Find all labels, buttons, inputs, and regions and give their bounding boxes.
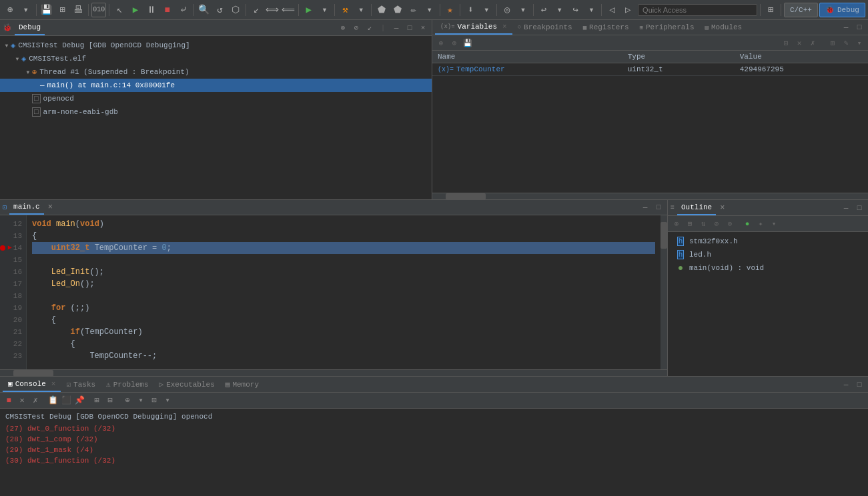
outline-run-icon[interactable]: ●: [741, 218, 753, 230]
console-scroll-lock-btn[interactable]: 📋: [47, 395, 59, 407]
var-tool-delete[interactable]: ✕: [793, 37, 805, 49]
tab-console[interactable]: ▣ Console ×: [3, 377, 61, 392]
console-pin-btn[interactable]: 📌: [73, 395, 85, 407]
var-row-0[interactable]: (x)= TempCounter uint32_t 4294967295: [432, 63, 868, 76]
console-tab-close[interactable]: ×: [51, 380, 56, 388]
outline-star-icon[interactable]: ✦: [755, 218, 767, 230]
tree-item-thread[interactable]: ▼ ⊕ Thread #1 (Suspended : Breakpoint): [0, 65, 432, 79]
toolbar-icon-1[interactable]: ⊕: [3, 3, 17, 17]
console-toggle-btn[interactable]: ⊞: [91, 395, 103, 407]
outline-tool-2[interactable]: ⊞: [684, 218, 696, 230]
download-icon[interactable]: ⬇: [463, 3, 478, 17]
run-green-icon[interactable]: ▶: [302, 3, 316, 17]
console-toggle2-btn[interactable]: ⊟: [104, 395, 116, 407]
debug-button[interactable]: 🐞 Debug: [819, 3, 865, 17]
console-minimize[interactable]: —: [840, 379, 852, 391]
outline-maximize[interactable]: □: [853, 202, 865, 214]
tab-executables[interactable]: ▷ Executables: [154, 377, 220, 392]
console-clear2-btn[interactable]: ✗: [29, 395, 41, 407]
var-tool-save[interactable]: 💾: [462, 37, 474, 49]
ext-icon-2[interactable]: ⬟: [390, 3, 405, 17]
tab-tasks[interactable]: ☑ Tasks: [61, 377, 101, 392]
target-icon[interactable]: ◎: [500, 3, 514, 17]
pin-icon[interactable]: ★: [443, 3, 458, 17]
editor-tab[interactable]: main.c: [9, 200, 44, 215]
undo-icon[interactable]: ↩: [536, 3, 551, 17]
step-in-icon[interactable]: ↙: [249, 3, 264, 17]
variables-hscroll[interactable]: [432, 193, 868, 199]
debug-skip-icon[interactable]: ⊗: [337, 22, 349, 34]
var-tool-1[interactable]: ⊗: [435, 37, 447, 49]
tab-peripherals[interactable]: ⊞ Peripherals: [634, 20, 700, 35]
tree-item-main[interactable]: — main() at main.c:14 0x80001fe: [0, 79, 432, 92]
perspective-icon[interactable]: ⊞: [763, 3, 778, 17]
run-icon[interactable]: ▶: [128, 3, 143, 17]
tab-variables[interactable]: (x)= Variables ×: [435, 20, 512, 35]
outline-sort-icon[interactable]: ⇅: [697, 218, 709, 230]
editor-maximize[interactable]: □: [653, 201, 665, 213]
ext-icon-1[interactable]: ⬟: [374, 3, 389, 17]
editor-tab-close[interactable]: ×: [48, 203, 53, 212]
console-maximize[interactable]: □: [853, 379, 865, 391]
cpp-button[interactable]: C/C++: [784, 3, 818, 17]
search-icon[interactable]: 🔍: [197, 3, 211, 17]
tab-breakpoints[interactable]: ○ Breakpoints: [512, 20, 578, 35]
outline-item-stm32[interactable]: h stm32f0xx.h: [673, 235, 863, 248]
editor-vscrollbar[interactable]: [661, 215, 667, 369]
ext-dropdown-icon[interactable]: ▾: [422, 3, 437, 17]
debug-close[interactable]: ×: [417, 22, 429, 34]
outline-dropdown[interactable]: ▾: [768, 218, 780, 230]
console-wrap-btn[interactable]: ⬛: [60, 395, 72, 407]
editor-vscroll-thumb[interactable]: [661, 222, 667, 249]
pause-icon[interactable]: ⏸: [144, 3, 159, 17]
tab-memory[interactable]: ▤ Memory: [220, 377, 264, 392]
console-clear-btn[interactable]: ✕: [16, 395, 28, 407]
var-tool-2[interactable]: ⊕: [448, 37, 460, 49]
debug-minimize[interactable]: —: [390, 22, 402, 34]
redo-icon[interactable]: ↪: [568, 3, 583, 17]
tree-item-session[interactable]: ▼ ◈ CMSISTest Debug [GDB OpenOCD Debuggi…: [0, 39, 432, 52]
var-panel-minimize[interactable]: —: [840, 21, 852, 33]
debug-maximize[interactable]: □: [404, 22, 416, 34]
build-icon[interactable]: ⚒: [338, 3, 352, 17]
history-icon[interactable]: ↺: [212, 3, 227, 17]
debug-tab[interactable]: Debug: [15, 20, 45, 35]
toolbar-dropdown-1[interactable]: ▾: [19, 3, 33, 17]
download-dropdown-icon[interactable]: ▾: [479, 3, 494, 17]
console-stop-btn[interactable]: ■: [3, 395, 15, 407]
undo-dropdown-icon[interactable]: ▾: [552, 3, 567, 17]
var-tool-copy[interactable]: ⊡: [780, 37, 792, 49]
step-return-icon[interactable]: ⤶: [176, 3, 191, 17]
cursor-icon[interactable]: ↖: [112, 3, 127, 17]
outline-item-main[interactable]: ● main(void) : void: [673, 261, 863, 275]
code-area[interactable]: void main(void) { uint32_t TempCounter =…: [27, 215, 661, 369]
toolbar-icon-2[interactable]: ⬡: [228, 3, 243, 17]
outline-tool-1[interactable]: ⊗: [671, 218, 683, 230]
save-icon[interactable]: 💾: [39, 3, 54, 17]
stop-icon[interactable]: ■: [160, 3, 175, 17]
console-open-btn[interactable]: ⊡: [148, 395, 160, 407]
tree-item-gdb[interactable]: □ arm-none-eabi-gdb: [0, 105, 432, 119]
var-tool-new[interactable]: ⊞: [827, 37, 839, 49]
target-dropdown-icon[interactable]: ▾: [516, 3, 530, 17]
tab-problems[interactable]: ⚠ Problems: [101, 377, 153, 392]
var-tool-edit[interactable]: ✎: [840, 37, 852, 49]
var-tool-dropdown[interactable]: ▾: [853, 37, 865, 49]
editor-hscroll-thumb[interactable]: [13, 370, 53, 377]
console-new-dropdown[interactable]: ▾: [135, 395, 147, 407]
editor-minimize[interactable]: —: [639, 201, 651, 213]
tab-registers[interactable]: ▦ Registers: [578, 20, 634, 35]
editor-hscroll[interactable]: [0, 369, 667, 376]
next-icon[interactable]: ▷: [620, 3, 635, 17]
outline-tab[interactable]: Outline: [677, 200, 716, 215]
console-new-btn[interactable]: ⊕: [121, 395, 133, 407]
print-icon[interactable]: 🖶: [71, 3, 85, 17]
debug-step-in-btn[interactable]: ↙: [364, 22, 376, 34]
var-tool-delete2[interactable]: ✗: [807, 37, 819, 49]
tree-item-openocd[interactable]: □ openocd: [0, 92, 432, 105]
breakpoint-dot[interactable]: [0, 245, 5, 251]
save-all-icon[interactable]: ⊞: [55, 3, 70, 17]
counter-icon[interactable]: 010: [91, 3, 106, 17]
outline-tool-5[interactable]: ⊙: [724, 218, 736, 230]
ext-pencil-icon[interactable]: ✏: [406, 3, 421, 17]
